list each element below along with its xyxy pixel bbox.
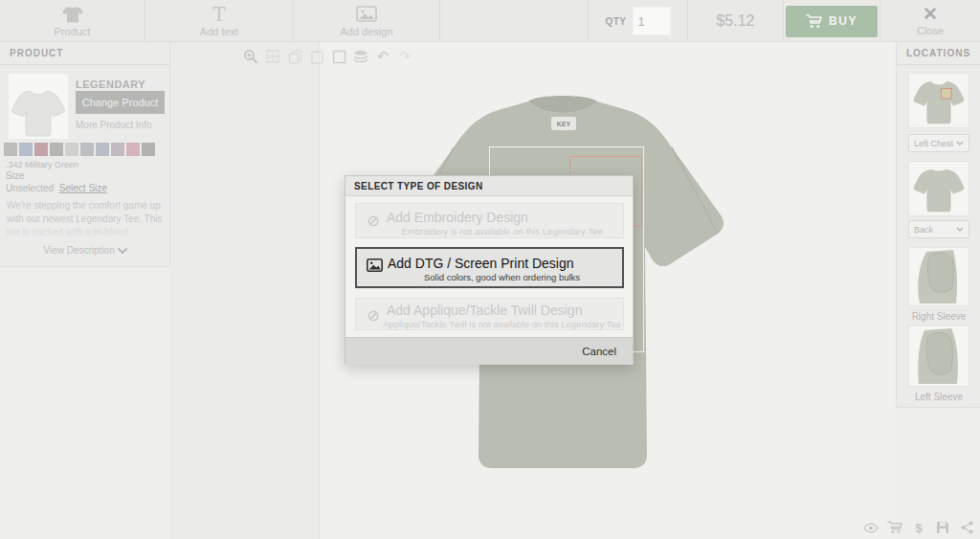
save-icon[interactable] (935, 520, 950, 535)
close-label: Close (917, 25, 944, 36)
price-dollar-icon[interactable]: $ (911, 520, 926, 535)
select-design-type-modal: SELECT TYPE OF DESIGN ⊘ Add Embroidery D… (345, 175, 634, 365)
embroidery-option-title: Add Embroidery Design (387, 210, 623, 225)
location-thumb-left-sleeve[interactable] (908, 326, 969, 387)
copy-icon[interactable] (287, 48, 302, 65)
toolbar-spacer (440, 0, 589, 42)
left-chest-tee (911, 76, 967, 125)
add-dtg-option[interactable]: Add DTG / Screen Print Design Solid colo… (355, 247, 624, 288)
product-panel: PRODUCT LEGENDARY TEE Change Product Mor… (0, 42, 170, 267)
price-value: $5.12 (716, 12, 754, 30)
size-label: Size (6, 170, 24, 181)
left-sleeve-view (911, 328, 967, 384)
image-icon (356, 6, 377, 23)
locations-panel-title: LOCATIONS (897, 42, 980, 65)
text-icon: T (212, 6, 225, 23)
color-swatch[interactable] (126, 143, 140, 156)
cart-icon (806, 14, 822, 29)
back-tee (911, 164, 967, 213)
more-product-info-link[interactable]: More Product Info (76, 120, 151, 130)
frame-icon[interactable] (331, 48, 346, 65)
close-icon: ✕ (923, 7, 938, 22)
product-tool-button[interactable]: Product (0, 0, 145, 42)
color-swatch[interactable] (34, 143, 48, 156)
chevron-down-icon (956, 227, 964, 232)
left-chest-design-marker (941, 88, 951, 99)
location-select-back-value: Back (914, 225, 933, 235)
buy-button[interactable]: BUY (786, 6, 878, 37)
color-swatch[interactable] (4, 143, 17, 156)
size-value: Unselected (6, 183, 54, 193)
product-panel-title: PRODUCT (0, 42, 169, 65)
zoom-in-icon[interactable] (243, 48, 258, 65)
location-select-back[interactable]: Back (908, 220, 969, 238)
price-section: $5.12 (688, 0, 784, 42)
applique-option-title: Add Applique/Tackle Twill Design (387, 303, 623, 318)
product-tool-label: Product (55, 26, 91, 37)
not-available-icon: ⊘ (365, 212, 382, 229)
buy-section: BUY (784, 0, 880, 42)
color-swatch[interactable] (111, 143, 124, 156)
color-swatch[interactable] (19, 143, 33, 156)
add-design-label: Add design (340, 26, 392, 37)
add-design-button[interactable]: Add design (294, 0, 440, 42)
locations-panel: LOCATIONS Left Chest Back Right Sleeve L… (896, 42, 980, 408)
share-icon[interactable] (959, 520, 974, 535)
embroidery-option-subtitle: Embroidery is not available on this Lege… (381, 226, 623, 236)
color-swatch[interactable] (96, 143, 109, 156)
layers-icon[interactable] (353, 48, 368, 65)
add-embroidery-option[interactable]: ⊘ Add Embroidery Design Embroidery is no… (355, 203, 624, 238)
chevron-down-icon (118, 248, 127, 255)
location-select-left-chest-value: Left Chest (914, 139, 953, 148)
color-swatches (4, 143, 155, 156)
close-button[interactable]: ✕ Close (880, 0, 980, 42)
preview-eye-icon[interactable] (863, 520, 879, 535)
dtg-option-subtitle: Solid colors, good when ordering bulks (382, 272, 622, 282)
modal-title: SELECT TYPE OF DESIGN (345, 176, 633, 196)
view-description-label: View Description (43, 245, 114, 256)
chevron-down-icon (956, 141, 964, 146)
size-row: Unselected Select Size (6, 183, 107, 193)
dtg-option-title: Add DTG / Screen Print Design (388, 256, 622, 271)
top-toolbar: Product T Add text Add design QTY $5.12 … (0, 0, 980, 42)
color-swatch[interactable] (142, 143, 155, 156)
canvas-toolbar: ↶ ↷ (243, 46, 412, 67)
cancel-button[interactable]: Cancel (582, 346, 616, 357)
image-icon (366, 257, 383, 274)
quantity-section: QTY (589, 0, 688, 42)
cart-icon[interactable] (887, 520, 902, 535)
location-thumb-back[interactable] (908, 161, 969, 216)
color-swatch[interactable] (50, 143, 63, 156)
location-select-left-chest[interactable]: Left Chest (908, 134, 969, 152)
paste-icon[interactable] (309, 48, 324, 65)
description-fade (7, 226, 165, 240)
applique-option-subtitle: Applique/Tackle Twill is not available o… (381, 319, 623, 329)
qty-label: QTY (605, 16, 626, 27)
qty-input[interactable] (633, 7, 671, 35)
location-label-left-sleeve: Left Sleeve (897, 392, 980, 402)
grid-icon[interactable] (265, 48, 280, 65)
change-product-button[interactable]: Change Product (76, 91, 165, 114)
add-text-button[interactable]: T Add text (145, 0, 294, 42)
location-label-right-sleeve: Right Sleeve (897, 311, 980, 322)
not-available-icon: ⊘ (365, 306, 382, 324)
buy-label: BUY (829, 14, 858, 28)
add-text-label: Add text (200, 26, 238, 37)
modal-footer: Cancel (345, 337, 633, 365)
product-thumbnail-tee (9, 79, 68, 145)
location-thumb-left-chest[interactable] (908, 73, 969, 128)
color-swatch[interactable] (65, 143, 78, 156)
canvas-action-bar: $ (863, 520, 974, 535)
redo-icon[interactable]: ↷ (397, 48, 412, 65)
undo-icon[interactable]: ↶ (375, 48, 390, 65)
tshirt-icon (62, 6, 83, 23)
location-thumb-right-sleeve[interactable] (908, 247, 969, 306)
color-swatch[interactable] (80, 143, 94, 156)
select-size-link[interactable]: Select Size (59, 183, 107, 193)
selected-color-name: .342 Military Green (6, 160, 78, 169)
right-sleeve-view (911, 250, 967, 303)
view-description-link[interactable]: View Description (0, 245, 170, 256)
add-applique-option[interactable]: ⊘ Add Applique/Tackle Twill Design Appli… (355, 298, 624, 330)
product-thumbnail[interactable] (9, 74, 68, 139)
neck-tag-text: KEY (557, 121, 571, 127)
